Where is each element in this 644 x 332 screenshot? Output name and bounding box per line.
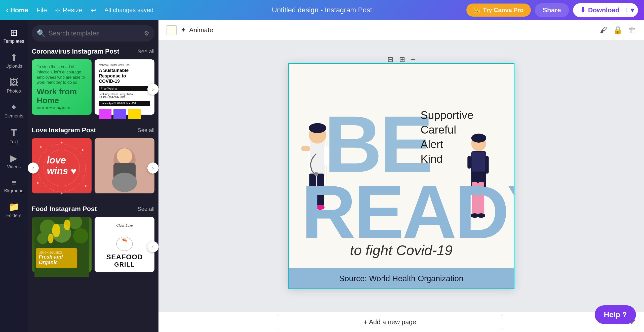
- saved-status: All changes saved: [104, 7, 153, 14]
- svg-point-5: [85, 185, 87, 187]
- sidebar-label-videos: Videos: [7, 164, 21, 170]
- svg-point-4: [37, 182, 38, 184]
- food-see-all[interactable]: See all: [138, 206, 154, 212]
- animate-label: Animate: [189, 26, 213, 34]
- svg-text:🦐: 🦐: [122, 237, 127, 243]
- design-canvas[interactable]: BE READY Supportive Careful Alert Kind t…: [288, 63, 514, 289]
- svg-rect-36: [301, 146, 310, 151]
- love-scroll-left[interactable]: ‹: [28, 162, 39, 174]
- fight-covid-text: to fight Covid-19: [350, 242, 453, 258]
- undo-button[interactable]: ↩: [91, 6, 96, 14]
- sidebar-item-background[interactable]: ≡ Bkground: [1, 175, 26, 197]
- search-input[interactable]: [49, 29, 141, 37]
- coronavirus-template-grid: To stop the spread of infection, let's e…: [32, 59, 154, 119]
- sidebar-item-templates[interactable]: ⊞ Templates: [1, 24, 26, 48]
- sidebar-label-text: Text: [10, 139, 18, 145]
- file-button[interactable]: File: [36, 6, 47, 14]
- coronavirus-scroll-right[interactable]: ›: [147, 84, 158, 95]
- svg-point-45: [471, 134, 486, 143]
- svg-text:Clear Lake: Clear Lake: [116, 223, 133, 227]
- sidebar-item-videos[interactable]: ▶ Videos: [1, 150, 26, 174]
- search-icon: 🔍: [37, 29, 46, 37]
- template-card-love2[interactable]: [95, 138, 154, 198]
- coronavirus-section: Coronavirus Instagram Post See all To st…: [32, 48, 154, 119]
- svg-point-19: [52, 224, 60, 237]
- paint-tool-icon[interactable]: 🖌: [599, 26, 607, 34]
- sidebar-item-photos[interactable]: 🖼 Photos: [1, 74, 26, 98]
- template-card-food1[interactable]: LEMON SQUEEZE Fresh andOrganic: [32, 217, 92, 277]
- sidebar-label-background: Bkground: [4, 188, 23, 193]
- resize-icon: ⊹: [55, 6, 61, 14]
- food-section-title: Food Instagram Post: [32, 205, 97, 213]
- color-swatch[interactable]: [167, 25, 177, 35]
- food-scroll-right[interactable]: ›: [147, 241, 158, 252]
- share-button[interactable]: Share: [535, 3, 569, 17]
- love-section: Love Instagram Post See all lovewins ♥: [32, 126, 154, 198]
- filter-icon[interactable]: ⚙: [144, 30, 149, 37]
- qualities-list: Supportive Careful Alert Kind: [421, 109, 473, 165]
- quality-supportive: Supportive: [421, 109, 473, 121]
- svg-point-12: [112, 173, 137, 192]
- resize-button[interactable]: ⊹ Resize: [55, 6, 83, 14]
- photos-icon: 🖼: [9, 78, 18, 87]
- sidebar-label-templates: Templates: [4, 39, 24, 44]
- file-label: File: [36, 6, 47, 14]
- template-card-food2[interactable]: Clear Lake 🦐 SEAFOOD GRILL: [95, 217, 154, 277]
- sidebar-item-uploads[interactable]: ⬆ Uploads: [1, 49, 26, 73]
- chevron-left-icon: ‹: [6, 6, 8, 14]
- download-button[interactable]: ⬇ Download: [573, 3, 626, 17]
- template-card-covid2[interactable]: McDowel Digital Media, Inc. A Sustainabl…: [95, 59, 154, 119]
- download-group: ⬇ Download ▾: [573, 3, 638, 17]
- coronavirus-see-all[interactable]: See all: [138, 48, 154, 55]
- crown-icon: 👑: [473, 7, 481, 14]
- folders-icon: 📁: [8, 202, 20, 212]
- love-section-title: Love Instagram Post: [32, 126, 96, 134]
- editor-topbar: ✦ Animate 🖌 🔒 🗑: [158, 20, 644, 40]
- coronavirus-section-title: Coronavirus Instagram Post: [32, 48, 119, 55]
- topbar-right: 👑 Try Canva Pro Share ⬇ Download ▾: [466, 3, 638, 17]
- animate-icon: ✦: [181, 26, 186, 34]
- svg-point-33: [309, 126, 326, 144]
- template-card-covid1[interactable]: To stop the spread of infection, let's e…: [32, 59, 92, 119]
- text-icon: T: [11, 128, 17, 138]
- lock-icon[interactable]: 🔒: [613, 26, 622, 34]
- add-page-button[interactable]: + Add a new page: [277, 314, 503, 330]
- svg-point-7: [61, 193, 62, 194]
- source-banner: Source: World Health Organization: [289, 268, 514, 288]
- food-template-grid: LEMON SQUEEZE Fresh andOrganic Clear Lak…: [32, 217, 154, 277]
- sidebar-label-photos: Photos: [7, 89, 21, 94]
- editor-tools: 🖌 🔒 🗑: [599, 26, 636, 34]
- elements-icon: ✦: [10, 103, 18, 112]
- trash-icon[interactable]: 🗑: [628, 26, 636, 34]
- svg-point-10: [117, 148, 132, 164]
- editor-bottombar: + Add a new page 19% ⤢: [158, 312, 644, 332]
- add-icon[interactable]: +: [411, 55, 415, 64]
- love-see-all[interactable]: See all: [138, 127, 154, 134]
- sidebar-item-elements[interactable]: ✦ Elements: [1, 99, 26, 123]
- canvas-area: ⊟ ⊞ +: [158, 40, 644, 312]
- animate-button[interactable]: ✦ Animate: [181, 26, 213, 34]
- sidebar-label-folders: Folders: [6, 213, 21, 218]
- template-card-love1[interactable]: lovewins ♥: [32, 138, 92, 198]
- sidebar-item-text[interactable]: T Text: [1, 124, 26, 149]
- food-section: Food Instagram Post See all: [32, 205, 154, 277]
- try-canva-label: Try Canva Pro: [483, 7, 524, 14]
- videos-icon: ▶: [10, 154, 17, 163]
- duplicate-icon[interactable]: ⊟: [387, 55, 393, 64]
- download-caret-button[interactable]: ▾: [626, 3, 638, 17]
- help-button[interactable]: Help ?: [595, 305, 636, 324]
- svg-point-18: [73, 228, 88, 243]
- big-ready-text: READY: [301, 174, 514, 250]
- copy-icon[interactable]: ⊞: [399, 55, 405, 64]
- sidebar-item-folders[interactable]: 📁 Folders: [1, 198, 26, 222]
- home-button[interactable]: ‹ Home: [6, 6, 28, 14]
- try-canva-pro-button[interactable]: 👑 Try Canva Pro: [466, 4, 531, 17]
- icon-sidebar: ⊞ Templates ⬆ Uploads 🖼 Photos ✦ Element…: [0, 20, 28, 332]
- quality-alert: Alert: [421, 138, 473, 151]
- section-header-love: Love Instagram Post See all: [32, 126, 154, 134]
- svg-point-34: [309, 123, 326, 133]
- love-scroll-right[interactable]: ›: [147, 162, 158, 174]
- templates-icon: ⊞: [10, 28, 18, 37]
- document-title: Untitled design - Instagram Post: [272, 6, 372, 14]
- quality-kind: Kind: [421, 153, 473, 165]
